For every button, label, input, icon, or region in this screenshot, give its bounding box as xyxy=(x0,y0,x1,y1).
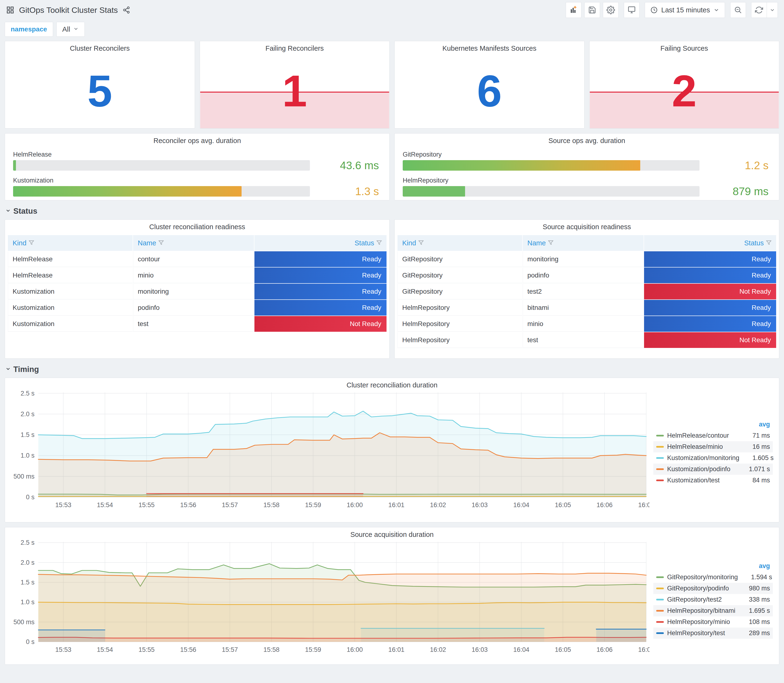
timeseries-plot[interactable]: 15:5315:5415:5515:5615:5715:5815:5916:00… xyxy=(7,391,653,515)
column-header-name[interactable]: Name xyxy=(523,235,644,251)
legend-item[interactable]: GitRepository/podinfo980 ms xyxy=(653,583,773,594)
clock-icon xyxy=(650,6,658,14)
filter-funnel-icon[interactable] xyxy=(766,239,771,247)
reconciler-ops-gauge-panel: Reconciler ops avg. duration HelmRelease… xyxy=(5,133,390,200)
chevron-down-icon xyxy=(73,25,79,33)
variable-value-namespace[interactable]: All xyxy=(56,22,85,37)
panel-title[interactable]: Kubernetes Manifests Sources xyxy=(394,41,584,52)
series-name: HelmRepository/test xyxy=(667,630,736,637)
top-bar: GitOps Toolkit Cluster Stats La xyxy=(0,0,784,20)
svg-text:16:02: 16:02 xyxy=(430,502,446,508)
status-cell: Ready xyxy=(644,300,776,316)
refresh-button[interactable] xyxy=(751,2,767,18)
status-badge: Not Ready xyxy=(644,332,776,348)
table-row: KustomizationpodinfoReady xyxy=(8,300,386,316)
status-cell: Not Ready xyxy=(644,284,776,299)
panel-title[interactable]: Source acquisition readiness xyxy=(394,220,779,231)
series-color-dash xyxy=(656,468,664,470)
refresh-interval-dropdown[interactable] xyxy=(767,2,778,18)
legend-item[interactable]: HelmRepository/bitnami1.695 s xyxy=(653,605,773,616)
kind-cell: Kustomization xyxy=(8,300,133,316)
zoom-out-time-button[interactable] xyxy=(730,2,746,18)
filter-funnel-icon[interactable] xyxy=(548,239,553,247)
gauge-fill xyxy=(403,160,640,171)
legend-item[interactable]: HelmRelease/minio16 ms xyxy=(653,441,773,452)
panel-title[interactable]: Failing Reconcilers xyxy=(200,41,390,52)
column-header-kind[interactable]: Kind xyxy=(8,235,133,251)
gauge-label: HelmRepository xyxy=(403,177,771,184)
settings-gear-button[interactable] xyxy=(603,2,619,18)
svg-text:16:04: 16:04 xyxy=(513,502,529,508)
svg-text:16:01: 16:01 xyxy=(388,646,405,653)
panel-title[interactable]: Cluster reconciliation duration xyxy=(5,378,779,389)
panel-title[interactable]: Cluster reconciliation readiness xyxy=(5,220,390,231)
legend-item[interactable]: HelmRepository/minio108 ms xyxy=(653,616,773,628)
legend-avg-header[interactable]: avg xyxy=(653,561,773,572)
cycle-view-monitor-button[interactable] xyxy=(624,2,640,18)
section-label: Status xyxy=(13,207,37,216)
filter-funnel-icon[interactable] xyxy=(418,239,424,247)
status-badge: Ready xyxy=(644,251,776,267)
status-cell: Not Ready xyxy=(644,332,776,348)
legend-item[interactable]: Kustomization/monitoring1.605 s xyxy=(653,452,773,463)
table-row: HelmReleasecontourReady xyxy=(8,251,386,267)
panel-title[interactable]: Source acquisition duration xyxy=(5,527,779,539)
gauge-row-kustomization: Kustomization 1.3 s xyxy=(13,177,381,197)
svg-text:2.0 s: 2.0 s xyxy=(21,559,35,566)
table-row: GitRepositorytest2Not Ready xyxy=(398,284,776,299)
kind-cell: Kustomization xyxy=(8,284,133,299)
gauge-row-helmrelease: HelmRelease 43.6 ms xyxy=(13,151,381,171)
gauge-label: HelmRelease xyxy=(13,151,381,158)
legend-item[interactable]: HelmRelease/contour71 ms xyxy=(653,430,773,441)
stat-value: 5 xyxy=(5,69,195,113)
panel-title[interactable]: Source ops avg. duration xyxy=(399,133,774,145)
panel-title[interactable]: Failing Sources xyxy=(590,41,779,52)
gauge-row-gitrepository: GitRepository 1.2 s xyxy=(403,151,771,171)
series-name: HelmRepository/minio xyxy=(667,618,736,626)
panel-title[interactable]: Reconciler ops avg. duration xyxy=(10,133,385,145)
column-header-status[interactable]: Status xyxy=(644,235,776,251)
series-name: Kustomization/monitoring xyxy=(667,454,739,462)
series-avg-value: 1.695 s xyxy=(739,607,770,614)
name-cell: bitnami xyxy=(523,300,644,316)
stat-panel-failing-sources: Failing Sources 2 xyxy=(589,41,779,128)
legend-item[interactable]: Kustomization/test84 ms xyxy=(653,475,773,486)
section-header-status[interactable]: Status xyxy=(5,207,779,216)
column-header-status[interactable]: Status xyxy=(255,235,386,251)
svg-text:15:59: 15:59 xyxy=(305,646,321,653)
stat-value: 2 xyxy=(590,69,779,113)
timeseries-plot[interactable]: 15:5315:5415:5515:5615:5715:5815:5916:00… xyxy=(7,540,653,660)
apps-grid-icon[interactable] xyxy=(6,6,14,14)
share-alt-icon[interactable] xyxy=(123,6,130,14)
legend-item[interactable]: GitRepository/test2338 ms xyxy=(653,594,773,605)
name-cell: monitoring xyxy=(523,251,644,267)
time-range-picker[interactable]: Last 15 minutes xyxy=(645,2,725,18)
svg-text:15:58: 15:58 xyxy=(263,646,280,653)
status-table: KindNameStatusGitRepositorymonitoringRea… xyxy=(397,235,777,348)
save-dashboard-button[interactable] xyxy=(584,2,600,18)
column-header-name[interactable]: Name xyxy=(133,235,254,251)
svg-text:15:56: 15:56 xyxy=(180,646,196,653)
legend-avg-header[interactable]: avg xyxy=(653,420,773,430)
legend-item[interactable]: Kustomization/podinfo1.071 s xyxy=(653,463,773,475)
svg-text:15:53: 15:53 xyxy=(55,646,71,653)
filter-funnel-icon[interactable] xyxy=(159,239,164,247)
kind-cell: HelmRepository xyxy=(398,316,522,332)
series-name: HelmRelease/minio xyxy=(667,443,736,451)
add-panel-button[interactable] xyxy=(566,2,582,18)
legend-item[interactable]: HelmRepository/test289 ms xyxy=(653,628,773,639)
status-cell: Ready xyxy=(644,316,776,332)
stat-panel-cluster-reconcilers: Cluster Reconcilers 5 xyxy=(5,41,195,128)
cluster-reconciliation-duration-panel: Cluster reconciliation duration 15:5315:… xyxy=(5,378,779,523)
table-row: KustomizationtestNot Ready xyxy=(8,316,386,332)
section-header-timing[interactable]: Timing xyxy=(5,365,779,374)
panel-title[interactable]: Cluster Reconcilers xyxy=(5,41,195,52)
svg-text:16:05: 16:05 xyxy=(555,502,571,508)
cluster-reconciliation-readiness-panel: Cluster reconciliation readiness KindNam… xyxy=(5,220,390,359)
legend-item[interactable]: GitRepository/monitoring1.594 s xyxy=(653,572,773,583)
chevron-down-icon xyxy=(5,366,11,373)
column-header-kind[interactable]: Kind xyxy=(398,235,522,251)
series-area xyxy=(38,573,646,642)
filter-funnel-icon[interactable] xyxy=(377,239,382,247)
filter-funnel-icon[interactable] xyxy=(29,239,34,247)
